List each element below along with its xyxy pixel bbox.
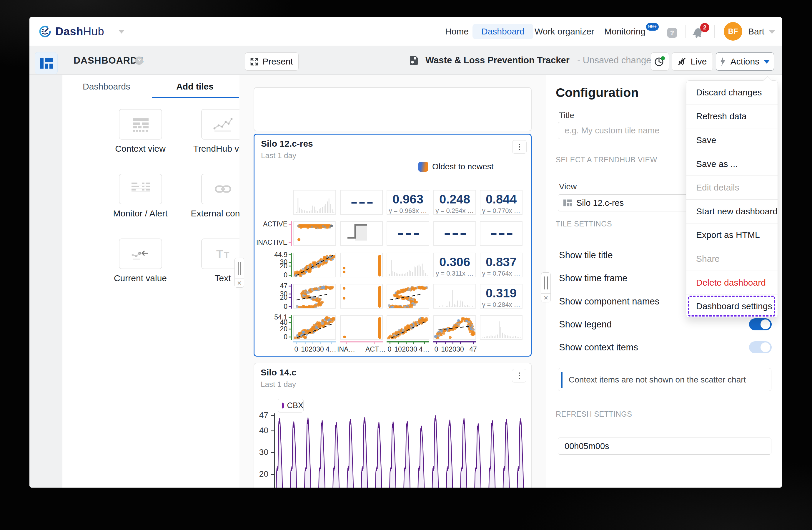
sidebar-collapse-button[interactable]: × — [234, 279, 244, 288]
dashboards-help-icon[interactable]: ? — [135, 57, 143, 65]
setting-label: Show component names — [559, 296, 659, 307]
icon-rail — [29, 75, 62, 488]
info-note-text: Context items are not shown on the scatt… — [569, 368, 746, 391]
navbar-divider — [685, 25, 686, 38]
splom-cell — [433, 315, 476, 340]
tile-timeframe: Last 1 day — [261, 380, 296, 389]
splom-cell — [433, 284, 476, 309]
monitoring-badge: 99+ — [646, 23, 659, 31]
live-button[interactable]: Live — [672, 52, 713, 71]
splom-cell — [293, 221, 336, 246]
navbar-divider — [134, 17, 134, 46]
setting-label: Show context items — [559, 342, 638, 353]
dashboards-rail-button[interactable] — [35, 52, 58, 74]
splom-cell — [293, 284, 336, 309]
tile-type-context-view[interactable] — [119, 109, 162, 140]
nav-item-home[interactable]: Home — [445, 17, 469, 46]
page-background: DashHub ? 2 BF Bart HomeDashboardWork or… — [0, 0, 812, 530]
section-trendhub-view: SELECT A TRENDHUB VIEW — [556, 155, 657, 164]
navbar-divider — [714, 25, 715, 38]
menu-item-dashboard-settings[interactable]: Dashboard settings — [686, 294, 778, 318]
sidebar-splitter-handle[interactable] — [234, 257, 244, 279]
config-splitter-handle[interactable] — [541, 273, 551, 294]
schedule-button[interactable] — [651, 52, 669, 71]
splom-cell — [340, 315, 383, 340]
refresh-input[interactable] — [558, 437, 771, 455]
splom-row-axis — [291, 315, 292, 340]
monitor-alert-icon — [130, 181, 151, 197]
user-chevron-down-icon[interactable] — [769, 30, 775, 34]
splom-col-axis — [433, 341, 476, 343]
tile-silo12[interactable]: Silo 12.c-res Last 1 day Oldest to newes… — [253, 134, 532, 357]
splom-cell — [340, 284, 383, 309]
present-button[interactable]: Present — [245, 52, 299, 71]
splom-row-axis — [291, 253, 292, 277]
tile-type-current-value[interactable] — [119, 238, 162, 269]
toggle-show-legend[interactable] — [749, 318, 772, 330]
splom-axis-label: 47 — [464, 345, 482, 353]
nav-item-work-organizer[interactable]: Work organizer — [535, 17, 594, 46]
menu-item-refresh-data[interactable]: Refresh data — [686, 104, 778, 128]
clock-icon — [654, 56, 666, 67]
splom-axis-label: 0 — [255, 333, 287, 341]
text-icon: TT — [213, 246, 233, 262]
tile-timeframe: Last 1 day — [261, 151, 296, 160]
save-icon[interactable] — [410, 56, 418, 65]
dashboards-title: DASHBOARDS — [74, 46, 144, 75]
splom-cell — [480, 221, 522, 246]
tab-dashboards[interactable]: Dashboards — [62, 75, 151, 98]
splom-axis-label: 20 — [255, 325, 287, 333]
tile-type-trendhub-view[interactable] — [201, 109, 245, 140]
section-refresh-settings: REFRESH SETTINGS — [556, 410, 632, 418]
app-window: DashHub ? 2 BF Bart HomeDashboardWork or… — [29, 17, 782, 488]
splom-row-axis — [291, 221, 292, 246]
y-axis-label: 30 — [254, 448, 268, 457]
divider — [556, 426, 771, 426]
config-heading: Configuration — [556, 85, 639, 100]
gradient-swatch — [418, 162, 428, 172]
splom-cell — [387, 253, 429, 277]
tab-add-tiles[interactable]: Add tiles — [151, 75, 239, 98]
brand[interactable]: DashHub — [55, 17, 104, 46]
menu-item-delete-dashboard[interactable]: Delete dashboard — [686, 270, 778, 294]
splom-cell — [433, 221, 476, 246]
splom-cell — [340, 253, 383, 277]
current-value-icon — [130, 246, 151, 262]
splom-cell — [387, 284, 429, 309]
nav-item-monitoring[interactable]: Monitoring99+ — [604, 17, 659, 46]
tile-type-monitor-alert[interactable] — [119, 174, 162, 204]
menu-item-export-as-html[interactable]: Export as HTML — [686, 223, 778, 247]
config-collapse-button[interactable]: × — [541, 293, 551, 303]
info-note: Context items are not shown on the scatt… — [558, 368, 771, 391]
active-tab-underline — [152, 97, 239, 98]
user-name[interactable]: Bart — [748, 17, 764, 46]
tile-menu-button[interactable] — [512, 140, 527, 154]
brand-chevron-down-icon[interactable] — [118, 30, 125, 33]
actions-bolt-icon — [720, 57, 726, 66]
trendhub-view-icon — [213, 116, 233, 132]
tile-title: Silo 14.c — [261, 367, 296, 377]
tile-type-label: Context view — [102, 144, 178, 154]
menu-item-save-as-[interactable]: Save as ... — [686, 152, 778, 176]
menu-item-discard-changes[interactable]: Discard changes — [686, 81, 778, 104]
menu-item-edit-details[interactable]: Edit details — [686, 176, 778, 199]
avatar[interactable]: BF — [724, 22, 742, 41]
y-axis-label: 47 — [254, 410, 268, 420]
splom-cell — [340, 221, 383, 246]
splom-cell: 0.844y = 0.770x … — [480, 190, 522, 215]
help-icon[interactable]: ? — [667, 28, 677, 38]
menu-item-start-new-dashboard[interactable]: Start new dashboard — [686, 199, 778, 223]
empty-tile[interactable] — [253, 87, 532, 131]
splom-cell — [387, 315, 429, 340]
tile-silo14[interactable]: Silo 14.c Last 1 day 47403020 — [253, 363, 532, 488]
tile-type-external-content[interactable] — [201, 174, 245, 204]
doc-status: - Unsaved changes — [577, 55, 656, 66]
nav-item-dashboard[interactable]: Dashboard — [473, 24, 533, 39]
menu-item-share[interactable]: Share — [686, 247, 778, 270]
cbx-legend[interactable]: CBX — [278, 399, 304, 413]
toggle-show-context-items[interactable] — [749, 341, 772, 353]
tile-menu-button[interactable] — [512, 369, 526, 382]
info-accent-bar — [561, 372, 563, 388]
menu-item-save[interactable]: Save — [686, 128, 778, 152]
actions-button[interactable]: Actions — [716, 52, 774, 71]
